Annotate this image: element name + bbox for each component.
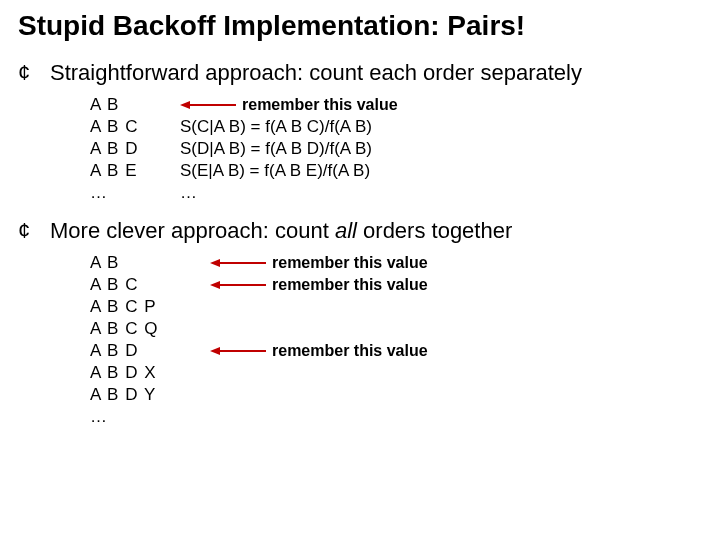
ngram: A B	[90, 95, 180, 115]
svg-marker-5	[210, 281, 220, 289]
bullet-icon: ¢	[18, 60, 36, 86]
text-pre: More clever approach: count	[50, 218, 335, 243]
ngram: …	[90, 183, 180, 203]
ngram: A B D Y	[90, 385, 180, 405]
text-italic: all	[335, 218, 357, 243]
ngram-row: A B C Q	[90, 318, 702, 340]
bullet-straightforward: ¢ Straightforward approach: count each o…	[18, 60, 702, 86]
annotation: remember this value	[272, 342, 428, 360]
ngram: A B	[90, 253, 180, 273]
bullet-text: Straightforward approach: count each ord…	[50, 60, 582, 86]
page-title: Stupid Backoff Implementation: Pairs!	[18, 10, 702, 42]
ngram-row: A B remember this value	[90, 94, 702, 116]
ngram: …	[90, 407, 180, 427]
arrow-left-icon	[210, 279, 266, 291]
block-clever: A B remember this value A B C remember t…	[90, 252, 702, 428]
ngram: A B C	[90, 117, 180, 137]
svg-marker-1	[180, 101, 190, 109]
ngram: A B E	[90, 161, 180, 181]
ngram-row: …	[90, 406, 702, 428]
ngram-row: A B C remember this value	[90, 274, 702, 296]
ngram-row: A B D X	[90, 362, 702, 384]
bullet-icon: ¢	[18, 218, 36, 244]
arrow-left-icon	[210, 257, 266, 269]
ngram-row: A B C P	[90, 296, 702, 318]
formula: S(D|A B) = f(A B D)/f(A B)	[180, 139, 372, 159]
svg-marker-3	[210, 259, 220, 267]
ngram-row: A B D S(D|A B) = f(A B D)/f(A B)	[90, 138, 702, 160]
ngram: A B D	[90, 139, 180, 159]
annotation: remember this value	[242, 96, 398, 114]
ngram: A B D	[90, 341, 180, 361]
slide: Stupid Backoff Implementation: Pairs! ¢ …	[0, 0, 720, 428]
text-post: orders together	[357, 218, 512, 243]
bullet-text: More clever approach: count all orders t…	[50, 218, 512, 244]
annotation: remember this value	[272, 254, 428, 272]
formula: S(E|A B) = f(A B E)/f(A B)	[180, 161, 370, 181]
formula: …	[180, 183, 197, 203]
ngram-row: A B remember this value	[90, 252, 702, 274]
bullet-clever: ¢ More clever approach: count all orders…	[18, 218, 702, 244]
formula: S(C|A B) = f(A B C)/f(A B)	[180, 117, 372, 137]
block-straightforward: A B remember this value A B C S(C|A B) =…	[90, 94, 702, 204]
ngram: A B C Q	[90, 319, 180, 339]
ngram-row: A B C S(C|A B) = f(A B C)/f(A B)	[90, 116, 702, 138]
ngram: A B C P	[90, 297, 180, 317]
ngram-row: A B E S(E|A B) = f(A B E)/f(A B)	[90, 160, 702, 182]
annotation: remember this value	[272, 276, 428, 294]
ngram-row: … …	[90, 182, 702, 204]
arrow-left-icon	[210, 345, 266, 357]
ngram-row: A B D Y	[90, 384, 702, 406]
ngram-row: A B D remember this value	[90, 340, 702, 362]
ngram: A B C	[90, 275, 180, 295]
ngram: A B D X	[90, 363, 180, 383]
arrow-left-icon	[180, 99, 236, 111]
svg-marker-7	[210, 347, 220, 355]
